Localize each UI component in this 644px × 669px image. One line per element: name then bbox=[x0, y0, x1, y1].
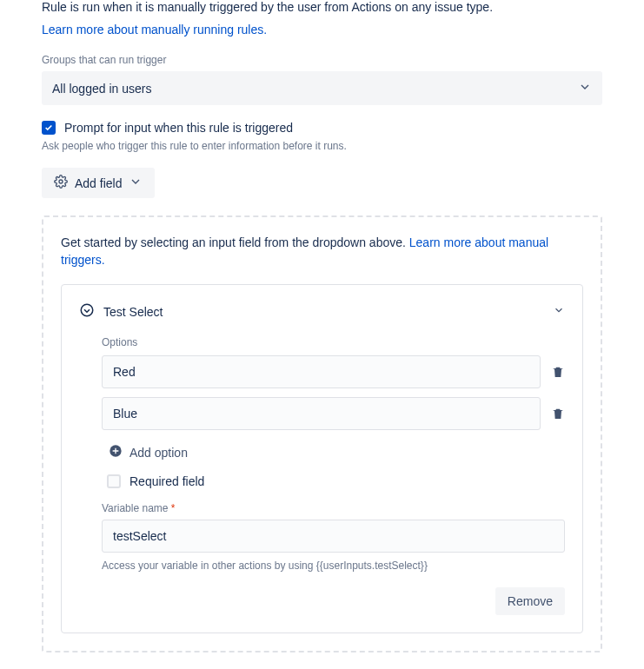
field-title: Test Select bbox=[103, 305, 163, 319]
option-input-1[interactable] bbox=[102, 397, 541, 430]
groups-label: Groups that can run trigger bbox=[42, 54, 602, 66]
plus-circle-icon bbox=[109, 444, 123, 460]
svg-point-1 bbox=[81, 304, 93, 316]
chevron-circle-down-icon[interactable] bbox=[79, 302, 95, 321]
prompt-checkbox[interactable] bbox=[42, 121, 56, 135]
required-checkbox[interactable] bbox=[107, 474, 121, 488]
rule-description: Rule is run when it is manually triggere… bbox=[42, 0, 602, 14]
add-field-button[interactable]: Add field bbox=[42, 168, 155, 198]
gear-icon bbox=[54, 175, 68, 191]
option-row bbox=[102, 355, 565, 388]
option-row bbox=[102, 397, 565, 430]
collapse-icon[interactable] bbox=[553, 304, 565, 319]
inputs-panel: Get started by selecting an input field … bbox=[42, 215, 602, 652]
add-option-button[interactable]: Add option bbox=[102, 444, 188, 460]
prompt-checkbox-label: Prompt for input when this rule is trigg… bbox=[64, 121, 293, 135]
remove-button[interactable]: Remove bbox=[495, 587, 565, 615]
field-card: Test Select Options bbox=[61, 284, 583, 633]
variable-name-label: Variable name * bbox=[102, 502, 565, 514]
chevron-down-icon bbox=[129, 175, 143, 191]
learn-more-rules-link[interactable]: Learn more about manually running rules. bbox=[42, 23, 267, 36]
variable-name-input[interactable] bbox=[102, 520, 565, 553]
getting-started-text: Get started by selecting an input field … bbox=[61, 235, 409, 249]
svg-point-0 bbox=[59, 180, 63, 183]
options-label: Options bbox=[102, 336, 565, 348]
chevron-down-icon bbox=[578, 80, 592, 96]
add-field-label: Add field bbox=[75, 176, 122, 190]
trash-icon[interactable] bbox=[551, 406, 565, 421]
trash-icon[interactable] bbox=[551, 364, 565, 380]
groups-select[interactable]: All logged in users bbox=[42, 71, 602, 105]
add-option-label: Add option bbox=[129, 446, 188, 460]
prompt-hint: Ask people who trigger this rule to ente… bbox=[42, 140, 602, 152]
required-label: Required field bbox=[129, 474, 204, 488]
option-input-0[interactable] bbox=[102, 355, 541, 388]
variable-hint: Access your variable in other actions by… bbox=[102, 560, 565, 572]
groups-select-value: All logged in users bbox=[52, 82, 151, 96]
